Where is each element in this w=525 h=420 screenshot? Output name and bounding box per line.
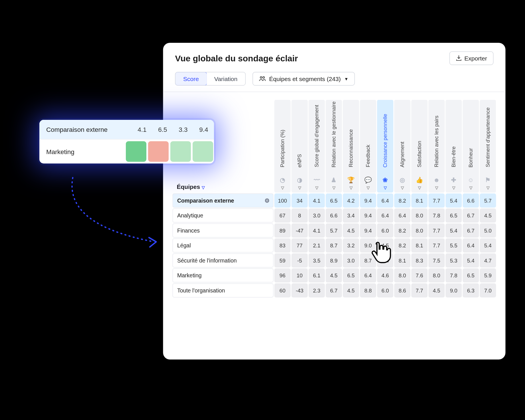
- row-label[interactable]: Toute l'organisation: [173, 283, 274, 298]
- metric-cell[interactable]: 89: [274, 223, 291, 238]
- metric-cell[interactable]: 7.6: [411, 268, 428, 283]
- metric-cell[interactable]: 100: [274, 193, 291, 208]
- metric-cell[interactable]: 10: [292, 268, 308, 283]
- column-header[interactable]: Participation (%)◔▽: [274, 100, 291, 193]
- metric-cell[interactable]: 5.3: [446, 253, 462, 268]
- metric-cell[interactable]: 60: [274, 283, 291, 298]
- metric-cell[interactable]: 8.8: [360, 283, 376, 298]
- metric-cell[interactable]: 7.0: [480, 283, 496, 298]
- metric-cell[interactable]: 6.4: [377, 209, 393, 223]
- metric-cell[interactable]: 8: [292, 209, 308, 223]
- metric-cell[interactable]: 6.5: [326, 193, 342, 208]
- metric-cell[interactable]: 6.4: [360, 268, 376, 283]
- row-label[interactable]: Sécurité de l'information: [173, 253, 274, 268]
- export-button[interactable]: Exporter: [449, 51, 493, 65]
- metric-cell[interactable]: 6.4: [377, 253, 393, 268]
- metric-cell[interactable]: 8.1: [411, 193, 428, 208]
- metric-cell[interactable]: 4.5: [343, 223, 359, 238]
- metric-cell[interactable]: 6.7: [326, 283, 342, 298]
- metric-cell[interactable]: 4.5: [326, 268, 342, 283]
- metric-cell[interactable]: 7.5: [429, 253, 445, 268]
- metric-cell[interactable]: 8.7: [360, 253, 376, 268]
- metric-cell[interactable]: 2.3: [309, 283, 325, 298]
- row-label[interactable]: Comparaison externe⚙: [173, 193, 274, 208]
- metric-cell[interactable]: 5.5: [446, 239, 462, 253]
- metric-cell[interactable]: 5.9: [480, 268, 496, 283]
- metric-cell[interactable]: 9.4: [360, 193, 376, 208]
- metric-cell[interactable]: 34: [292, 193, 308, 208]
- metric-cell[interactable]: 9.4: [360, 209, 376, 223]
- metric-cell[interactable]: 8.6: [394, 283, 411, 298]
- metric-cell[interactable]: 5.7: [480, 193, 496, 208]
- metric-cell[interactable]: 4.5: [480, 209, 496, 223]
- metric-cell[interactable]: 7.8: [446, 268, 462, 283]
- column-header[interactable]: Reconnaissance🏆▽: [343, 100, 359, 193]
- metric-cell[interactable]: 6.0: [377, 283, 393, 298]
- metric-cell[interactable]: 4.1: [309, 193, 325, 208]
- metric-cell[interactable]: 6.7: [463, 223, 479, 238]
- row-label[interactable]: Marketing: [173, 268, 274, 283]
- filter-teams-segments[interactable]: Équipes et segments (243) ▼: [253, 72, 355, 86]
- column-header[interactable]: eNPS◑▽: [292, 100, 308, 193]
- metric-cell[interactable]: 9.0: [446, 283, 462, 298]
- metric-cell[interactable]: 3.5: [309, 253, 325, 268]
- metric-cell[interactable]: 5.4: [480, 239, 496, 253]
- metric-cell[interactable]: -5: [292, 253, 308, 268]
- metric-cell[interactable]: 6.0: [377, 223, 393, 238]
- metric-cell[interactable]: 8.0: [411, 223, 428, 238]
- metric-cell[interactable]: 5.4: [463, 253, 479, 268]
- metric-cell[interactable]: 6.4: [463, 239, 479, 253]
- metric-cell[interactable]: 6.6: [463, 193, 479, 208]
- metric-cell[interactable]: 8.0: [394, 268, 411, 283]
- metric-cell[interactable]: 96: [274, 268, 291, 283]
- metric-cell[interactable]: 6.4: [394, 209, 411, 223]
- metric-cell[interactable]: 9.0: [360, 239, 376, 253]
- metric-cell[interactable]: 67: [274, 209, 291, 223]
- metric-cell[interactable]: 5.4: [446, 223, 462, 238]
- metric-cell[interactable]: 6.4: [377, 193, 393, 208]
- metric-cell[interactable]: 6.1: [309, 268, 325, 283]
- metric-cell[interactable]: 6.5: [463, 268, 479, 283]
- column-header[interactable]: Relation avec le gestionnaire♟▽: [326, 100, 342, 193]
- metric-cell[interactable]: 8.0: [429, 268, 445, 283]
- metric-cell[interactable]: 4.5: [377, 239, 393, 253]
- column-header[interactable]: Feedback💬▽: [360, 100, 376, 193]
- metric-cell[interactable]: 8.2: [394, 239, 411, 253]
- metric-cell[interactable]: 4.2: [343, 193, 359, 208]
- metric-cell[interactable]: 6.5: [446, 209, 462, 223]
- metric-cell[interactable]: 8.2: [394, 223, 411, 238]
- tab-variation[interactable]: Variation: [207, 72, 245, 85]
- column-header[interactable]: Sentiment d'appartenance⚑▽: [480, 100, 496, 193]
- column-header[interactable]: Croissance personnelle❀▽: [377, 100, 393, 193]
- metric-cell[interactable]: 7.7: [429, 223, 445, 238]
- metric-cell[interactable]: 77: [292, 239, 308, 253]
- gear-icon[interactable]: ⚙: [264, 197, 270, 204]
- metric-cell[interactable]: 4.5: [343, 283, 359, 298]
- metric-cell[interactable]: 2.1: [309, 239, 325, 253]
- metric-cell[interactable]: 8.9: [326, 253, 342, 268]
- metric-cell[interactable]: 7.7: [411, 283, 428, 298]
- metric-cell[interactable]: -47: [292, 223, 308, 238]
- metric-cell[interactable]: 3.0: [343, 253, 359, 268]
- metric-cell[interactable]: 3.2: [343, 239, 359, 253]
- metric-cell[interactable]: 4.7: [480, 253, 496, 268]
- tab-score[interactable]: Score: [175, 72, 207, 86]
- metric-cell[interactable]: -43: [292, 283, 308, 298]
- metric-cell[interactable]: 6.7: [463, 209, 479, 223]
- metric-cell[interactable]: 8.2: [394, 193, 411, 208]
- metric-cell[interactable]: 59: [274, 253, 291, 268]
- metric-cell[interactable]: 3.0: [309, 209, 325, 223]
- metric-cell[interactable]: 4.5: [429, 283, 445, 298]
- metric-cell[interactable]: 8.1: [411, 239, 428, 253]
- metric-cell[interactable]: 5.0: [480, 223, 496, 238]
- column-header[interactable]: Relation avec les pairs☻▽: [429, 100, 445, 193]
- column-header[interactable]: Alignement◎▽: [394, 100, 411, 193]
- metric-cell[interactable]: 7.7: [429, 193, 445, 208]
- metric-cell[interactable]: 5.7: [326, 223, 342, 238]
- metric-cell[interactable]: 8.3: [411, 253, 428, 268]
- metric-cell[interactable]: 83: [274, 239, 291, 253]
- row-label[interactable]: Analytique: [173, 209, 274, 223]
- metric-cell[interactable]: 4.6: [377, 268, 393, 283]
- metric-cell[interactable]: 9.4: [360, 223, 376, 238]
- metric-cell[interactable]: 4.1: [309, 223, 325, 238]
